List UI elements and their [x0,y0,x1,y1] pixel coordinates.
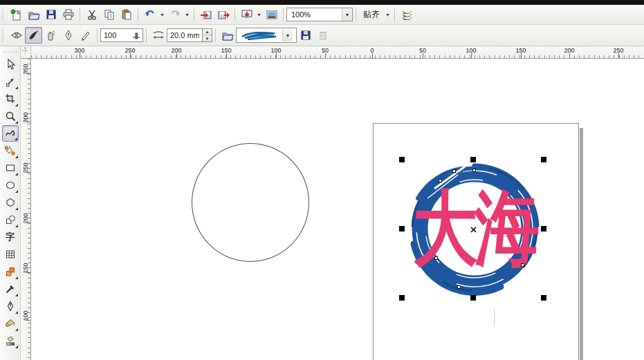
selection-handle[interactable] [541,295,546,301]
basic-shapes-tool[interactable] [2,211,19,228]
curve-node[interactable] [457,285,461,289]
cut-button[interactable] [83,6,100,23]
flyout-indicator [15,138,17,140]
sprayer-mode-button[interactable] [42,27,59,44]
shape-tool[interactable] [2,73,19,90]
application-launcher-button[interactable] [238,6,255,23]
calligraphic-mode-button[interactable] [59,27,77,44]
selection-handle[interactable] [470,157,476,162]
drawing-canvas[interactable]: 大海 [31,59,644,360]
export-button[interactable] [214,6,232,23]
flyout-indicator [15,104,18,106]
toolbox: 字 [0,46,21,360]
fill-tool[interactable] [2,315,19,332]
smart-fill-tool[interactable] [2,142,19,159]
property-bar-grip[interactable] [1,28,5,42]
paste-button[interactable] [118,6,135,23]
save-button[interactable] [42,6,59,23]
curve-node[interactable] [521,263,524,267]
freehand-tool[interactable] [2,125,19,142]
curve-node[interactable] [439,179,442,182]
selection-handle[interactable] [399,295,405,301]
copy-button[interactable] [100,6,118,23]
stroke-width-field[interactable] [167,28,203,42]
browse-button[interactable] [219,27,236,44]
pressure-mode-button[interactable] [77,27,94,44]
window-top-strip [0,0,644,5]
vruler-label: 100 [22,308,29,323]
spinner-up-icon[interactable]: ▲ [203,29,212,36]
stroke-width-spinner[interactable]: ▲ ▼ [203,28,212,42]
delete-stroke-button[interactable] [314,27,331,44]
stroke-combo-dropdown-icon[interactable]: ▼ [282,29,293,41]
freehand-smoothing-input[interactable] [101,31,131,39]
smoothing-slider-icon[interactable] [131,30,141,40]
selection-handle[interactable] [541,226,546,231]
selection-handle[interactable] [399,157,405,162]
eyedropper-tool[interactable] [2,281,19,297]
toolbar-separator [283,8,284,21]
ellipse-tool-icon [5,180,16,191]
vruler-label: 200 [22,211,29,226]
curve-node[interactable] [452,169,456,173]
options-button[interactable] [398,6,415,23]
stroke-width-input[interactable] [167,31,202,39]
pick-tool[interactable] [2,56,19,73]
open-button[interactable] [25,6,42,23]
selection-center-mark[interactable] [470,226,477,234]
toolbar-grip[interactable] [1,8,5,21]
horizontal-ruler[interactable]: 30025020015010050050100150200250 [31,46,644,59]
ellipse-tool[interactable] [2,177,19,193]
redo-dropdown-arrow[interactable]: ▼ [183,6,191,23]
flyout-indicator [15,190,18,193]
blend-tool[interactable] [2,263,19,280]
stroke-list-combo[interactable]: ▼ [236,28,297,43]
toolbox-grip[interactable] [3,50,17,53]
save-stroke-button[interactable] [297,27,314,44]
freehand-smoothing-field[interactable] [100,28,143,42]
rectangle-tool-icon [5,162,16,173]
ruler-origin-icon [21,46,30,56]
undo-dropdown-arrow[interactable]: ▼ [158,6,166,23]
new-document-button[interactable] [8,6,25,23]
outline-pen-tool-icon [5,301,16,312]
vertical-ruler[interactable]: 350300250200150100 [21,59,31,360]
zoom-combo-dropdown-icon[interactable]: ▼ [342,8,352,21]
text-tool[interactable]: 字 [2,229,19,245]
standard-toolbar: ▼ ▼ ▼ [0,5,644,25]
print-button[interactable] [59,6,77,23]
interactive-fill-tool[interactable] [2,332,19,349]
table-tool[interactable] [2,246,19,263]
snap-dropdown-arrow[interactable]: ▼ [384,6,392,23]
vruler-major-tick [26,320,30,321]
redo-button[interactable] [166,6,183,23]
hruler-major-tick [372,53,373,58]
undo-button[interactable] [141,6,158,23]
welcome-screen-button[interactable] [263,6,280,23]
new-document-icon [10,9,22,21]
snap-to-button[interactable]: 贴齐 [359,6,384,23]
preset-mode-button[interactable] [8,27,25,44]
delete-stroke-icon [318,30,328,41]
selection-handle[interactable] [470,295,476,301]
selection-handle[interactable] [399,226,405,231]
crop-tool[interactable] [2,91,19,107]
brush-mode-button[interactable] [25,27,42,44]
ruler-origin-corner[interactable] [21,46,31,59]
save-icon [46,9,57,20]
ellipse-object[interactable] [192,143,309,262]
outline-pen-tool[interactable] [2,298,19,314]
zoom-tool[interactable] [2,108,19,124]
curve-node[interactable] [434,256,438,260]
spinner-down-icon[interactable]: ▼ [203,36,212,42]
curve-node[interactable] [472,169,476,172]
sprayer-icon [46,30,57,41]
pressure-icon [80,30,91,41]
launcher-dropdown-arrow[interactable]: ▼ [255,6,263,23]
flyout-indicator [15,276,18,279]
import-button[interactable] [197,6,214,23]
polygon-tool[interactable] [2,194,19,211]
selection-handle[interactable] [541,157,546,162]
rectangle-tool[interactable] [2,160,19,176]
zoom-level-combo[interactable]: 100% ▼ [286,8,353,21]
